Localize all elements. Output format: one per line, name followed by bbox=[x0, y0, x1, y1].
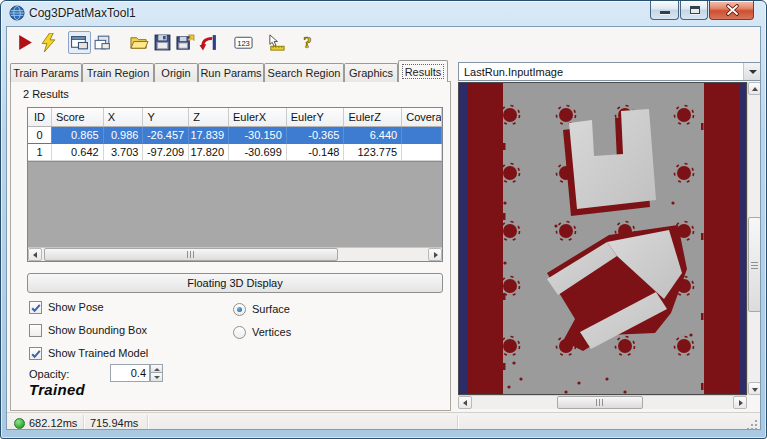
checkbox-box[interactable] bbox=[29, 324, 42, 337]
tab-train-params[interactable]: Train Params bbox=[10, 63, 82, 82]
cell-z[interactable]: 17.820 bbox=[189, 144, 229, 161]
cell-z[interactable]: 17.839 bbox=[189, 127, 229, 144]
electric-run-button[interactable] bbox=[37, 31, 60, 54]
image-hscrollbar[interactable] bbox=[458, 395, 747, 409]
numeric-results-button[interactable]: 123 bbox=[232, 31, 255, 54]
tab-origin[interactable]: Origin bbox=[154, 63, 198, 82]
cell-score[interactable]: 0.865 bbox=[52, 127, 104, 144]
result-row-1[interactable]: 10.6423.703-97.20917.820-30.699-0.148123… bbox=[28, 144, 442, 161]
measure-button[interactable] bbox=[265, 31, 288, 54]
image-scroll-left-button[interactable] bbox=[458, 396, 472, 409]
cell-y[interactable]: -26.457 bbox=[143, 127, 189, 144]
cell-coverage[interactable] bbox=[402, 127, 442, 144]
grid-scroll-right-button[interactable] bbox=[428, 248, 442, 261]
cell-eulerz[interactable]: 123.775 bbox=[344, 144, 402, 161]
radio-label[interactable]: Surface bbox=[252, 303, 290, 315]
column-header-eulery[interactable]: EulerY bbox=[287, 108, 345, 126]
tab-search-region[interactable]: Search Region bbox=[264, 63, 344, 82]
opacity-decrease-button[interactable] bbox=[150, 373, 163, 382]
scroll-grip bbox=[187, 251, 195, 258]
open-file-button[interactable] bbox=[128, 31, 151, 54]
maximize-button[interactable] bbox=[680, 1, 708, 20]
checkbox-label[interactable]: Show Pose bbox=[48, 301, 104, 313]
reset-button[interactable] bbox=[197, 31, 220, 54]
opacity-increase-button[interactable] bbox=[150, 364, 163, 373]
cell-coverage[interactable] bbox=[402, 144, 442, 161]
resize-grip[interactable] bbox=[746, 419, 758, 430]
results-tab-page: 2 Results IDScoreXYZEulerXEulerYEulerZCo… bbox=[10, 81, 451, 411]
radio-vertices: Vertices bbox=[233, 325, 291, 339]
display-selector[interactable]: LastRun.InputImage bbox=[458, 62, 761, 81]
tab-graphics[interactable]: Graphics bbox=[344, 63, 398, 82]
float-display-button[interactable] bbox=[91, 31, 114, 54]
save-as-button[interactable] bbox=[174, 31, 197, 54]
down-arrow-icon bbox=[752, 388, 758, 392]
cell-eulerz[interactable]: 6.440 bbox=[344, 127, 402, 144]
cell-y[interactable]: -97.209 bbox=[143, 144, 189, 161]
close-icon bbox=[710, 1, 755, 20]
cell-id[interactable]: 0 bbox=[28, 127, 52, 144]
image-vscrollbar[interactable] bbox=[747, 82, 761, 395]
tab-label: Origin bbox=[161, 67, 190, 79]
grid-hscrollbar[interactable] bbox=[28, 247, 442, 261]
status-separator bbox=[83, 415, 84, 430]
help-question-icon: ? bbox=[298, 33, 317, 52]
up-arrow-icon bbox=[154, 368, 160, 371]
display-selector-value: LastRun.InputImage bbox=[464, 66, 563, 78]
cell-x[interactable]: 0.986 bbox=[104, 127, 144, 144]
results-count-label: 2 Results bbox=[23, 88, 69, 100]
cell-eulery[interactable]: -0.365 bbox=[287, 127, 345, 144]
radio-button[interactable] bbox=[233, 303, 246, 316]
column-header-score[interactable]: Score bbox=[52, 108, 104, 126]
results-grid-empty-area bbox=[28, 161, 442, 247]
grid-scroll-left-button[interactable] bbox=[28, 248, 42, 261]
opacity-input[interactable]: 0.4 bbox=[110, 364, 150, 382]
checkbox-label[interactable]: Show Bounding Box bbox=[48, 324, 147, 336]
tab-results[interactable]: Results bbox=[398, 60, 448, 82]
image-hscroll-thumb[interactable] bbox=[557, 396, 643, 409]
column-header-eulerx[interactable]: EulerX bbox=[229, 108, 287, 126]
show-result-display-button[interactable] bbox=[68, 31, 91, 54]
image-vscroll-thumb[interactable] bbox=[748, 217, 761, 312]
radio-button[interactable] bbox=[233, 326, 246, 339]
column-header-id[interactable]: ID bbox=[28, 108, 52, 126]
column-header-y[interactable]: Y bbox=[143, 108, 189, 126]
cell-id[interactable]: 1 bbox=[28, 144, 52, 161]
status-separator bbox=[147, 415, 148, 430]
checkbox-box[interactable] bbox=[29, 347, 42, 360]
radio-label[interactable]: Vertices bbox=[252, 326, 291, 338]
checkbox-box[interactable] bbox=[29, 301, 42, 314]
floating-3d-display-button[interactable]: Floating 3D Display bbox=[27, 273, 443, 293]
checkbox-label[interactable]: Show Trained Model bbox=[48, 347, 148, 359]
result-display-icon bbox=[70, 33, 89, 52]
down-arrow-icon bbox=[154, 376, 160, 379]
grid-scroll-thumb[interactable] bbox=[44, 248, 338, 261]
input-image-scene bbox=[459, 83, 746, 394]
input-image-display[interactable] bbox=[458, 82, 747, 395]
column-header-coverage[interactable]: Coverage bbox=[402, 108, 442, 126]
help-button[interactable]: ? bbox=[296, 31, 319, 54]
image-scroll-down-button[interactable] bbox=[748, 382, 761, 395]
cell-x[interactable]: 3.703 bbox=[104, 144, 144, 161]
close-button[interactable] bbox=[709, 1, 754, 20]
cell-eulerx[interactable]: -30.150 bbox=[229, 127, 287, 144]
tab-run-params[interactable]: Run Params bbox=[198, 63, 264, 82]
image-scroll-right-button[interactable] bbox=[733, 396, 747, 409]
tab-label: Results bbox=[405, 66, 442, 78]
save-as-floppy-icon bbox=[176, 33, 195, 52]
column-header-x[interactable]: X bbox=[104, 108, 144, 126]
cell-eulerx[interactable]: -30.699 bbox=[229, 144, 287, 161]
screen: Cog3DPatMaxTool1 123? Train ParamsTrain … bbox=[0, 0, 767, 439]
dropdown-arrow-icon[interactable] bbox=[743, 63, 760, 80]
tab-train-region[interactable]: Train Region bbox=[82, 63, 154, 82]
save-file-button[interactable] bbox=[151, 31, 174, 54]
titlebar: Cog3DPatMaxTool1 bbox=[1, 1, 766, 26]
minimize-button[interactable] bbox=[650, 1, 679, 20]
column-header-z[interactable]: Z bbox=[189, 108, 229, 126]
result-row-0[interactable]: 00.8650.986-26.45717.839-30.150-0.3656.4… bbox=[28, 127, 442, 144]
column-header-eulerz[interactable]: EulerZ bbox=[344, 108, 402, 126]
cell-score[interactable]: 0.642 bbox=[52, 144, 104, 161]
image-scroll-up-button[interactable] bbox=[748, 82, 761, 95]
run-button[interactable] bbox=[14, 31, 37, 54]
cell-eulery[interactable]: -0.148 bbox=[287, 144, 345, 161]
